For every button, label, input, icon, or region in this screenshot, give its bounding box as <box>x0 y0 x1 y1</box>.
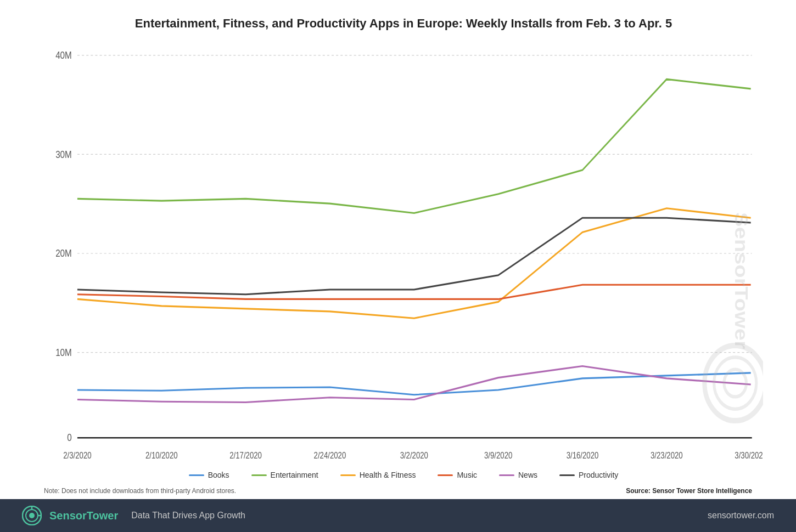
line-productivity <box>77 218 751 294</box>
svg-text:20M: 20M <box>55 248 72 259</box>
footer-brand: SensorTower <box>49 510 118 522</box>
svg-text:40M: 40M <box>55 50 72 61</box>
legend-label-books: Books <box>208 471 229 479</box>
line-entertainment <box>77 79 751 213</box>
sensortower-logo-icon <box>22 506 42 525</box>
chart-svg-wrapper: 0 10M 20M 30M 40M 2/3/2020 2/10/2020 2/1… <box>44 42 763 465</box>
svg-text:30M: 30M <box>55 149 72 160</box>
svg-text:3/23/2020: 3/23/2020 <box>651 450 683 460</box>
footer-left: SensorTower Data That Drives App Growth <box>22 506 245 525</box>
legend-color-health-fitness <box>340 474 356 476</box>
legend-color-news <box>499 474 514 476</box>
line-health-fitness <box>77 208 751 318</box>
footer-tagline: Data That Drives App Growth <box>131 511 245 520</box>
svg-text:2/10/2020: 2/10/2020 <box>145 450 178 460</box>
svg-text:2/17/2020: 2/17/2020 <box>229 450 262 460</box>
legend-item-music: Music <box>438 471 477 479</box>
legend-item-news: News <box>499 471 537 479</box>
legend-label-music: Music <box>457 471 477 479</box>
svg-text:0: 0 <box>67 432 71 444</box>
legend-item-health-fitness: Health & Fitness <box>340 471 416 479</box>
line-news <box>77 366 751 402</box>
note-area: Note: Does not include downloads from th… <box>0 484 796 499</box>
legend-color-entertainment <box>251 474 267 476</box>
svg-point-25 <box>29 513 35 518</box>
svg-text:3/16/2020: 3/16/2020 <box>567 450 599 460</box>
legend-label-entertainment: Entertainment <box>271 471 318 479</box>
svg-text:2/3/2020: 2/3/2020 <box>63 450 91 460</box>
svg-text:3/2/2020: 3/2/2020 <box>400 450 428 460</box>
legend-label-health-fitness: Health & Fitness <box>360 471 416 479</box>
footer-bar: SensorTower Data That Drives App Growth … <box>0 499 796 532</box>
svg-text:3/30/2020: 3/30/2020 <box>735 450 763 460</box>
legend-label-productivity: Productivity <box>579 471 618 479</box>
svg-text:3/9/2020: 3/9/2020 <box>484 450 512 460</box>
svg-text:SensorTower: SensorTower <box>731 212 752 349</box>
legend-color-books <box>189 474 204 476</box>
svg-text:10M: 10M <box>55 347 72 358</box>
note-text: Note: Does not include downloads from th… <box>44 487 236 495</box>
svg-text:2/24/2020: 2/24/2020 <box>314 450 346 460</box>
legend-color-music <box>438 474 453 476</box>
legend-area: Books Entertainment Health & Fitness Mus… <box>44 465 763 482</box>
legend-item-productivity: Productivity <box>559 471 618 479</box>
chart-area: Entertainment, Fitness, and Productivity… <box>0 0 796 484</box>
legend-label-news: News <box>518 471 537 479</box>
legend-item-books: Books <box>189 471 229 479</box>
chart-title: Entertainment, Fitness, and Productivity… <box>44 16 763 31</box>
legend-color-productivity <box>559 474 575 476</box>
footer-url: sensortower.com <box>708 511 774 520</box>
chart-container: Entertainment, Fitness, and Productivity… <box>0 0 796 532</box>
source-text: Source: Sensor Tower Store Intelligence <box>626 487 752 495</box>
legend-item-entertainment: Entertainment <box>251 471 318 479</box>
